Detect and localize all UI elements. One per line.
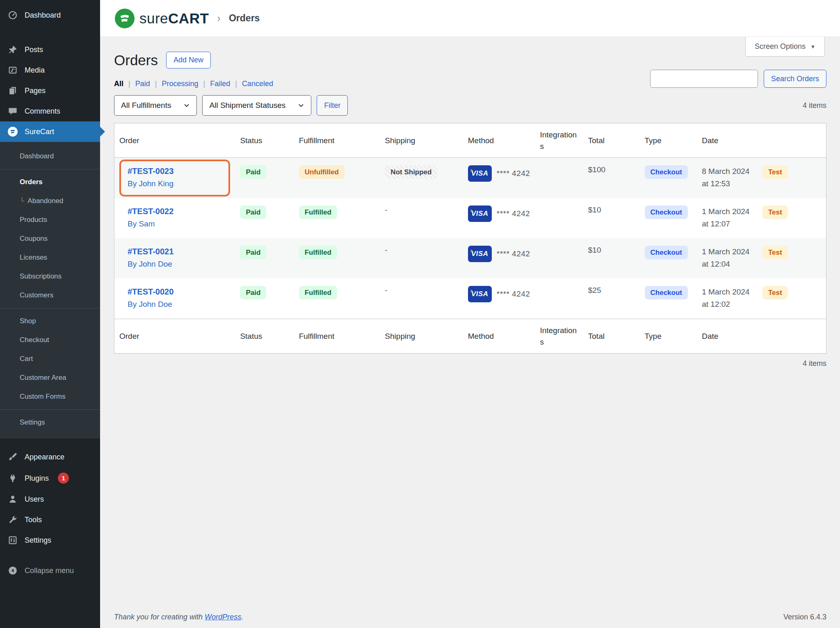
- card-number: **** 4242: [497, 169, 530, 178]
- sidebar-item-comments[interactable]: Comments: [0, 101, 100, 121]
- sidebar-item-plugins[interactable]: Plugins 1: [0, 467, 100, 489]
- visa-card-icon: VISA: [468, 286, 492, 302]
- sidebar-item-label: Media: [25, 65, 45, 75]
- screen-options-button[interactable]: Screen Options ▼: [745, 37, 825, 57]
- table-header-row: Order Status Fulfillment Shipping Method…: [114, 123, 826, 158]
- fulfillment-badge: Fulfilled: [299, 246, 337, 259]
- view-separator: |: [203, 80, 205, 88]
- filter-row: All Fulfillments All Shipment Statuses F…: [114, 95, 826, 116]
- submenu-label: Subscriptions: [20, 272, 62, 281]
- order-link[interactable]: #TEST-0021: [128, 247, 222, 256]
- submenu-item-settings[interactable]: Settings: [0, 413, 100, 432]
- plugin-header-bar: sureCART › Orders: [100, 0, 840, 37]
- shipment-status-filter-select[interactable]: All Shipment Statuses: [202, 95, 311, 116]
- sidebar-item-media[interactable]: Media: [0, 60, 100, 80]
- submenu-item-licenses[interactable]: Licenses: [0, 248, 100, 267]
- brand-sure: sure: [139, 10, 168, 26]
- pushpin-icon: [7, 45, 18, 55]
- collapse-menu-button[interactable]: Collapse menu: [0, 560, 100, 581]
- shipment-filter-value: All Shipment Statuses: [209, 101, 285, 110]
- sidebar-item-dashboard[interactable]: Dashboard: [0, 5, 100, 25]
- admin-sidebar: Dashboard Posts Media Pages Comments Sur…: [0, 0, 100, 628]
- card-number: **** 4242: [497, 290, 530, 299]
- view-failed[interactable]: Failed: [210, 80, 230, 88]
- submenu-item-orders[interactable]: Orders: [0, 173, 100, 192]
- order-customer-link[interactable]: By Sam: [128, 219, 222, 228]
- submenu-item-customer-area[interactable]: Customer Area: [0, 368, 100, 387]
- type-badge: Checkout: [645, 286, 688, 299]
- column-footer-method: Method: [463, 319, 535, 354]
- view-paid[interactable]: Paid: [135, 80, 150, 88]
- test-mode-badge: Test: [762, 286, 788, 299]
- order-link[interactable]: #TEST-0020: [128, 287, 222, 297]
- sidebar-item-posts[interactable]: Posts: [0, 39, 100, 60]
- chevron-down-icon: [298, 102, 304, 109]
- order-date: 1 March 2024 at 12:02: [697, 279, 758, 319]
- sidebar-item-surecart[interactable]: SureCart: [0, 121, 100, 142]
- column-footer-fulfillment: Fulfillment: [294, 319, 380, 354]
- column-footer-integrations: Integrations: [535, 319, 583, 354]
- orders-page: Orders Add New Search Orders All | Paid …: [114, 37, 826, 368]
- order-link[interactable]: #TEST-0023: [128, 167, 222, 176]
- wordpress-link[interactable]: WordPress: [205, 613, 241, 621]
- view-canceled[interactable]: Canceled: [242, 80, 273, 88]
- sidebar-item-appearance[interactable]: Appearance: [0, 447, 100, 467]
- fulfillment-filter-select[interactable]: All Fulfillments: [114, 95, 197, 116]
- fulfillment-badge: Unfulfilled: [299, 165, 345, 179]
- order-highlight-box: #TEST-0023 By John King: [119, 160, 230, 196]
- test-mode-badge: Test: [762, 165, 788, 179]
- status-badge: Paid: [240, 206, 266, 219]
- sidebar-item-tools[interactable]: Tools: [0, 509, 100, 530]
- user-icon: [7, 494, 18, 504]
- view-processing[interactable]: Processing: [162, 80, 198, 88]
- submenu-item-subscriptions[interactable]: Subscriptions: [0, 267, 100, 286]
- surecart-brand-link[interactable]: sureCART: [115, 9, 209, 28]
- orders-table: Order Status Fulfillment Shipping Method…: [114, 123, 826, 354]
- order-customer-link[interactable]: By John Doe: [128, 260, 222, 269]
- submenu-divider: [0, 409, 100, 410]
- submenu-label: Abandoned: [27, 196, 63, 206]
- add-new-button[interactable]: Add New: [166, 52, 211, 69]
- column-footer-order: Order: [114, 319, 235, 354]
- order-date: 1 March 2024 at 12:07: [697, 198, 758, 238]
- sidebar-item-settings[interactable]: Settings: [0, 530, 100, 550]
- payment-method: VISA **** 4242: [468, 246, 530, 262]
- footer-thanks-period: .: [241, 613, 243, 621]
- search-cluster: Search Orders: [650, 70, 826, 88]
- order-customer-link[interactable]: By John King: [128, 179, 222, 188]
- chevron-down-icon: ▼: [810, 44, 815, 50]
- column-header-date: Date: [697, 123, 758, 158]
- column-footer-type: Type: [640, 319, 697, 354]
- view-all[interactable]: All: [114, 80, 123, 88]
- submenu-item-checkout[interactable]: Checkout: [0, 331, 100, 349]
- search-orders-button[interactable]: Search Orders: [764, 70, 826, 88]
- sidebar-item-label: Tools: [25, 515, 42, 525]
- submenu-item-dashboard[interactable]: Dashboard: [0, 147, 100, 166]
- order-customer-link[interactable]: By John Doe: [128, 300, 222, 309]
- test-mode-badge: Test: [762, 206, 788, 219]
- submenu-item-abandoned[interactable]: └ Abandoned: [0, 192, 100, 210]
- card-number: **** 4242: [497, 249, 530, 258]
- search-input[interactable]: [650, 70, 758, 88]
- submenu-item-coupons[interactable]: Coupons: [0, 229, 100, 248]
- items-count: 4 items: [114, 359, 826, 368]
- submenu-item-custom-forms[interactable]: Custom Forms: [0, 387, 100, 406]
- column-header-method: Method: [463, 123, 535, 158]
- status-badge: Paid: [240, 165, 266, 179]
- submenu-item-cart[interactable]: Cart: [0, 349, 100, 368]
- sidebar-item-pages[interactable]: Pages: [0, 80, 100, 101]
- column-footer-shipping: Shipping: [380, 319, 463, 354]
- sidebar-item-label: Dashboard: [25, 10, 61, 20]
- column-header-integrations: Integrations: [535, 123, 583, 158]
- sidebar-item-users[interactable]: Users: [0, 489, 100, 509]
- breadcrumb-current: Orders: [229, 13, 260, 24]
- filter-button[interactable]: Filter: [317, 95, 348, 116]
- fulfillment-filter-value: All Fulfillments: [121, 101, 171, 110]
- submenu-item-products[interactable]: Products: [0, 210, 100, 229]
- column-header-shipping: Shipping: [380, 123, 463, 158]
- order-link[interactable]: #TEST-0022: [128, 207, 222, 216]
- submenu-item-customers[interactable]: Customers: [0, 286, 100, 305]
- table-row: #TEST-0023 By John King Paid Unfulfilled…: [114, 158, 826, 199]
- sidebar-item-label: Appearance: [25, 452, 64, 462]
- submenu-item-shop[interactable]: Shop: [0, 312, 100, 331]
